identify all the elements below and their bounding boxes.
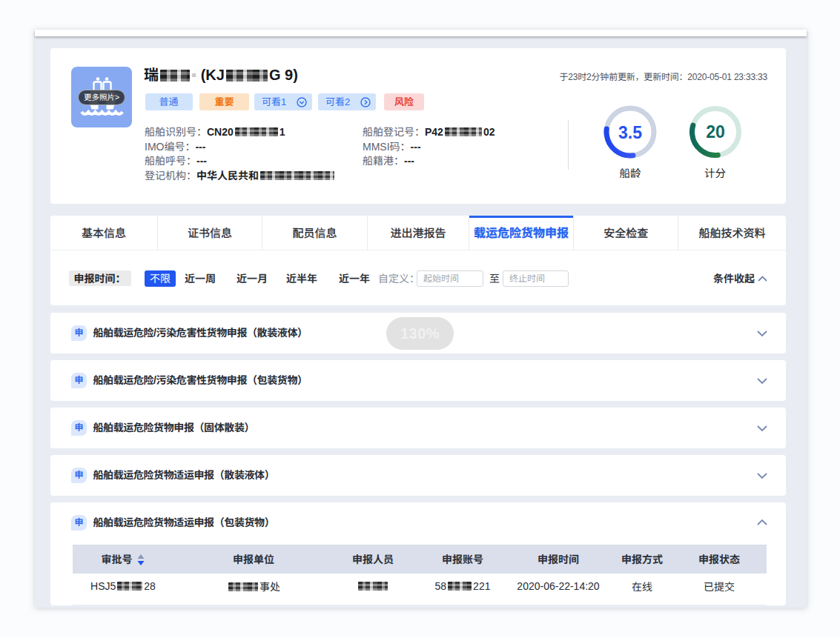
- svg-text:3.5: 3.5: [618, 122, 642, 142]
- svg-text:20: 20: [706, 122, 725, 142]
